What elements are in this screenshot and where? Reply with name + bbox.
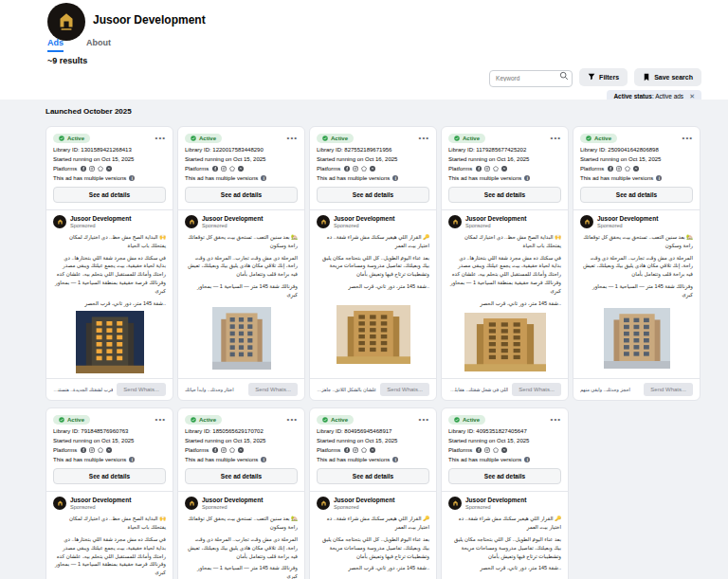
send-whatsapp-button[interactable]: Send Whats... bbox=[644, 383, 693, 396]
card-top-bar: Active ••• bbox=[448, 134, 561, 143]
ad-caption: اختار وحدتك.. وابدأ حياتك bbox=[185, 387, 234, 392]
active-label: Active bbox=[199, 417, 216, 423]
ad-body-text: 🙌 البداية الصح مش حظ.. دي اختيارك لمكان … bbox=[53, 233, 166, 307]
page-title: Jusoor Development bbox=[93, 13, 206, 27]
versions-label: This ad has multiple versions bbox=[317, 457, 390, 462]
see-ad-details-button[interactable]: See ad details bbox=[185, 187, 298, 203]
versions-row: This ad has multiple versions i bbox=[53, 175, 166, 181]
advertiser-avatar bbox=[317, 215, 330, 228]
tab-about[interactable]: About bbox=[86, 38, 111, 52]
info-icon[interactable]: i bbox=[129, 175, 135, 181]
card-menu-button[interactable]: ••• bbox=[419, 136, 429, 140]
started-date: Started running on Oct 15, 2025 bbox=[185, 438, 298, 443]
facebook-icon bbox=[608, 166, 613, 172]
facebook-icon bbox=[476, 166, 482, 172]
card-menu-button[interactable]: ••• bbox=[287, 418, 298, 422]
ad-creative-image bbox=[464, 313, 546, 371]
info-icon[interactable]: i bbox=[524, 175, 530, 181]
check-circle-icon bbox=[59, 136, 64, 141]
library-id: Library ID: 2509041642806898 bbox=[580, 147, 693, 153]
ad-preview: Jusoor Development Sponsored 🙌 البداية ا… bbox=[442, 209, 568, 373]
info-icon[interactable]: i bbox=[261, 175, 266, 181]
ads-row-2: Active ••• Library ID: 791848576960763 S… bbox=[46, 407, 705, 579]
see-ad-details-button[interactable]: See ad details bbox=[185, 468, 298, 484]
tab-ads[interactable]: Ads bbox=[47, 38, 64, 52]
platforms-label: Platforms bbox=[53, 166, 77, 172]
info-icon[interactable]: i bbox=[392, 457, 398, 462]
ad-body-text: 🏡 بعد سنين التعب.. تستحق بيت يحقق كل توق… bbox=[580, 233, 693, 299]
advertiser-name: Jusoor Development bbox=[202, 215, 263, 222]
filters-button[interactable]: Filters bbox=[579, 68, 628, 86]
card-menu-button[interactable]: ••• bbox=[682, 136, 693, 140]
info-icon[interactable]: i bbox=[392, 175, 398, 181]
info-icon[interactable]: i bbox=[261, 457, 266, 462]
see-ad-details-button[interactable]: See ad details bbox=[53, 468, 166, 484]
card-menu-button[interactable]: ••• bbox=[551, 136, 561, 140]
instagram-icon bbox=[221, 166, 227, 172]
sponsored-label: Sponsored bbox=[334, 504, 394, 510]
see-ad-details-button[interactable]: See ad details bbox=[448, 187, 561, 203]
ad-paragraph: بعد عناء اليوم الطويل.. كل اللي بتحتاجه … bbox=[317, 254, 429, 279]
instagram-icon bbox=[89, 166, 95, 172]
send-whatsapp-button[interactable]: Send Whats... bbox=[512, 383, 561, 396]
ad-paragraph: في سكتك ده مش مجرد شقة اللي بتختارها.. د… bbox=[53, 254, 166, 296]
sponsored-label: Sponsored bbox=[334, 223, 394, 228]
advertiser-avatar bbox=[53, 215, 66, 228]
info-icon[interactable]: i bbox=[524, 457, 530, 462]
send-whatsapp-button[interactable]: Send Whats... bbox=[248, 383, 298, 396]
save-search-button[interactable]: Save search bbox=[634, 68, 701, 86]
card-top-bar: Active ••• bbox=[317, 415, 429, 425]
messenger-icon bbox=[238, 447, 244, 453]
advertiser-avatar bbox=[580, 215, 593, 228]
results-count: ~9 results bbox=[47, 56, 87, 65]
send-whatsapp-button[interactable]: Send Whats... bbox=[117, 383, 166, 396]
ad-card: Active ••• Library ID: 827552189671956 S… bbox=[309, 126, 437, 401]
started-date: Started running on Oct 15, 2025 bbox=[448, 438, 561, 443]
ad-caption: احجز وحدتك.. وابقى منهم bbox=[580, 387, 630, 392]
page-header: Jusoor Development Ads About ~9 results … bbox=[0, 0, 728, 100]
arch-emblem-icon bbox=[451, 499, 460, 508]
messenger-icon bbox=[370, 447, 375, 453]
see-ad-details-button[interactable]: See ad details bbox=[53, 187, 166, 203]
keyword-field-wrap bbox=[489, 67, 573, 87]
ad-image-wrap bbox=[448, 311, 561, 373]
audience-network-icon bbox=[493, 447, 499, 453]
instagram-icon bbox=[221, 447, 227, 453]
send-whatsapp-button[interactable]: Send Whats... bbox=[380, 383, 429, 396]
versions-row: This ad has multiple versions i bbox=[580, 175, 693, 181]
started-date: Started running on Oct 16, 2025 bbox=[448, 156, 561, 162]
card-menu-button[interactable]: ••• bbox=[155, 418, 166, 422]
platform-icons bbox=[608, 166, 639, 172]
instagram-icon bbox=[353, 447, 358, 453]
instagram-icon bbox=[89, 447, 95, 453]
library-id: Library ID: 827552189671956 bbox=[317, 147, 429, 153]
ad-image-wrap bbox=[185, 303, 298, 374]
ad-card: Active ••• Library ID: 1850565629170702 … bbox=[177, 407, 305, 579]
info-icon[interactable]: i bbox=[129, 457, 135, 462]
card-menu-button[interactable]: ••• bbox=[419, 418, 429, 422]
arch-emblem-icon bbox=[56, 218, 64, 226]
active-status-badge: Active bbox=[53, 134, 90, 143]
platforms-label: Platforms bbox=[580, 166, 604, 172]
card-menu-button[interactable]: ••• bbox=[155, 136, 166, 140]
see-ad-details-button[interactable]: See ad details bbox=[317, 468, 429, 484]
facebook-icon bbox=[344, 447, 350, 453]
ad-paragraph: في سكتك ده مش مجرد شقة اللي بتختارها.. د… bbox=[448, 254, 561, 296]
library-id: Library ID: 1179285677425202 bbox=[448, 147, 561, 153]
see-ad-details-button[interactable]: See ad details bbox=[317, 187, 429, 203]
card-menu-button[interactable]: ••• bbox=[287, 136, 298, 140]
advertiser-name: Jusoor Development bbox=[465, 497, 526, 503]
see-ad-details-button[interactable]: See ad details bbox=[580, 187, 693, 203]
arch-emblem-icon bbox=[56, 499, 64, 508]
ad-creative-image bbox=[76, 311, 144, 373]
versions-label: This ad has multiple versions bbox=[448, 457, 521, 462]
versions-row: This ad has multiple versions i bbox=[53, 457, 166, 462]
info-icon[interactable]: i bbox=[656, 175, 662, 181]
see-ad-details-button[interactable]: See ad details bbox=[448, 468, 561, 484]
versions-label: This ad has multiple versions bbox=[53, 457, 126, 462]
arch-emblem-icon bbox=[583, 218, 592, 226]
ad-card: Active ••• Library ID: 1220017583448290 … bbox=[177, 126, 305, 401]
facebook-icon bbox=[476, 447, 482, 453]
card-menu-button[interactable]: ••• bbox=[551, 418, 561, 422]
arch-emblem-icon bbox=[451, 218, 460, 226]
